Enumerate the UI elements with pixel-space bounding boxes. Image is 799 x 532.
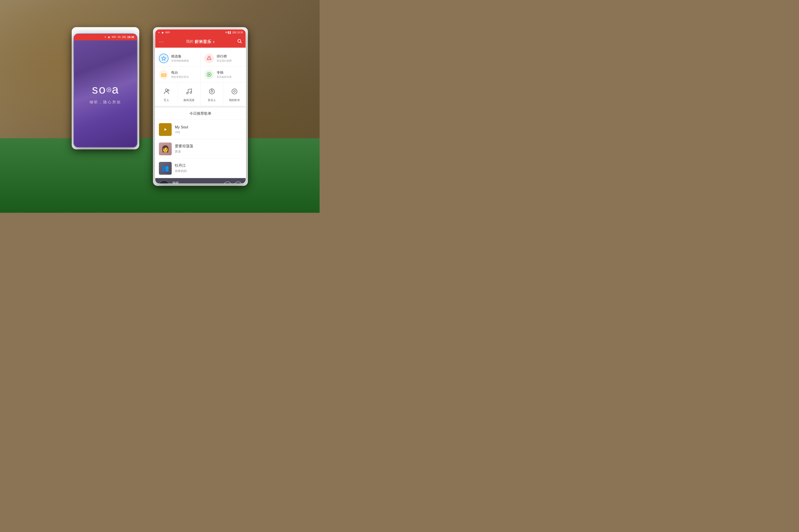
albums-title: 专辑 — [217, 71, 232, 75]
song-thumb-ai-yao: 👩 — [159, 142, 172, 155]
category-featured[interactable]: 精选集 丰富的歌曲精选 — [155, 51, 201, 66]
song-artist-my-soul: July — [175, 130, 242, 134]
albums-icon — [204, 70, 214, 79]
song-item-mu-dan[interactable]: 👥 牡丹江 南拳妈妈 — [155, 159, 246, 178]
musicians-label: 音乐人 — [208, 98, 216, 102]
svg-point-0 — [238, 39, 241, 42]
sona-splash: s o a 倾听，随心所欲 — [74, 40, 137, 147]
svg-point-11 — [168, 89, 169, 91]
right-status-bar: ✦ ⏰ WiFi 4G▌▌ [58] 19:36 — [155, 30, 246, 36]
svg-point-4 — [162, 75, 163, 76]
bluetooth-icon: ✦ — [104, 36, 106, 38]
bluetooth-icon-right: ✦ — [158, 31, 160, 34]
song-item-ai-yao[interactable]: 👩 爱要坦荡荡 萧潇 — [155, 139, 246, 159]
artists-icon — [161, 87, 171, 96]
musicians-icon — [207, 87, 217, 96]
chevron-down-icon[interactable]: ∨ — [213, 40, 215, 43]
song-thumb-mu-dan: 👥 — [159, 162, 172, 175]
nav-artists[interactable]: 艺人 — [155, 83, 178, 106]
status-left: ✦ ⏰ WiFi — [158, 31, 170, 34]
left-phone-container: ✦ ⏰ WiFi 4G [58] 19:36 s o a 倾听，随心所欲 — [72, 27, 139, 149]
category-radio[interactable]: 电台 轻松享受好音乐 — [155, 66, 201, 82]
nav-genres[interactable]: 曲风流派 — [178, 83, 200, 106]
sona-logo: s o a — [92, 82, 119, 96]
battery-icon: [58] — [122, 36, 126, 38]
song-title-ai-yao: 爱要坦荡荡 — [175, 144, 242, 149]
icon-nav-row: 艺人 曲风流派 — [155, 83, 246, 108]
category-row-1: 精选集 丰富的歌曲精选 排行榜 音乐流行 — [155, 51, 246, 66]
radio-subtitle: 轻松享受好音乐 — [171, 75, 189, 79]
nav-myxiami[interactable]: 我的虾米 — [223, 83, 246, 106]
charts-text: 排行榜 音乐流行趋势 — [217, 54, 232, 62]
song-thumb-my-soul — [159, 123, 172, 136]
svg-marker-2 — [162, 56, 166, 60]
status-right: 4G▌▌ [58] 19:36 — [225, 31, 243, 34]
signal-right: 4G▌▌ — [225, 31, 232, 34]
header-menu-button[interactable]: ··· — [159, 39, 164, 44]
radio-title: 电台 — [171, 71, 189, 75]
left-phone: ✦ ⏰ WiFi 4G [58] 19:36 s o a 倾听，随心所欲 — [73, 34, 138, 148]
header-brand-label[interactable]: 虾米音乐 — [195, 39, 211, 44]
time-right: 19:36 — [237, 31, 243, 34]
charts-icon — [204, 54, 214, 63]
song-info-ai-yao: 爱要坦荡荡 萧潇 — [175, 144, 242, 154]
featured-text: 精选集 丰富的歌曲精选 — [171, 54, 189, 62]
sona-text-na: a — [112, 82, 119, 96]
now-playing-thumbnail — [159, 180, 169, 184]
radio-text: 电台 轻松享受好音乐 — [171, 71, 189, 79]
playback-controls — [224, 182, 242, 184]
category-albums[interactable]: 专辑 音乐如此丰富 — [201, 66, 246, 82]
artists-label: 艺人 — [164, 98, 169, 102]
svg-point-12 — [186, 92, 188, 94]
search-button[interactable] — [237, 39, 242, 45]
featured-title: 精选集 — [171, 54, 189, 59]
category-row-2: 电台 轻松享受好音乐 专辑 音乐如此丰富 — [155, 66, 246, 83]
svg-marker-19 — [165, 128, 167, 131]
song-title-my-soul: My Soul — [175, 125, 242, 129]
categories-section: 精选集 丰富的歌曲精选 排行榜 音乐流行 — [155, 48, 246, 83]
play-button[interactable] — [224, 182, 232, 184]
svg-point-17 — [232, 89, 237, 94]
song-info-my-soul: My Soul July — [175, 125, 242, 134]
alarm-icon: ⏰ — [108, 36, 110, 38]
song-title-mu-dan: 牡丹江 — [175, 163, 242, 168]
next-button[interactable] — [234, 182, 242, 184]
category-charts[interactable]: 排行榜 音乐流行趋势 — [201, 51, 246, 66]
radio-icon — [159, 70, 168, 79]
sona-tagline: 倾听，随心所欲 — [90, 100, 122, 104]
battery-right: [58] — [232, 31, 236, 34]
featured-subtitle: 丰富的歌曲精选 — [171, 59, 189, 62]
right-phone-container: ✦ ⏰ WiFi 4G▌▌ [58] 19:36 ··· 我的 虾米音乐 ∨ — [153, 27, 248, 186]
wifi-icon: WiFi — [112, 36, 116, 38]
now-playing-info: 聆听 乐享生活 — [172, 181, 220, 184]
alarm-icon-right: ⏰ — [161, 31, 164, 34]
song-info-mu-dan: 牡丹江 南拳妈妈 — [175, 163, 242, 173]
genres-icon — [184, 87, 194, 96]
sona-text-s: s — [92, 82, 98, 96]
now-playing-title: 聆听 — [172, 181, 220, 184]
song-artist-ai-yao: 萧潇 — [175, 150, 242, 154]
albums-subtitle: 音乐如此丰富 — [217, 75, 232, 79]
song-artist-mu-dan: 南拳妈妈 — [175, 169, 242, 173]
right-phone: ✦ ⏰ WiFi 4G▌▌ [58] 19:36 ··· 我的 虾米音乐 ∨ — [155, 29, 246, 184]
song-list: My Soul July 👩 爱要坦荡荡 萧潇 — [155, 120, 246, 178]
svg-point-15 — [211, 91, 213, 92]
featured-icon — [159, 54, 168, 63]
svg-point-13 — [190, 92, 192, 94]
wifi-icon-right: WiFi — [165, 31, 170, 34]
now-playing-bar: 聆听 乐享生活 — [155, 178, 246, 184]
app-header: ··· 我的 虾米音乐 ∨ — [155, 36, 246, 48]
nav-musicians[interactable]: 音乐人 — [201, 83, 223, 106]
svg-line-1 — [240, 42, 241, 43]
status-time-left: 19:36 — [127, 36, 134, 39]
sona-text-o: o — [99, 82, 106, 96]
song-item-my-soul[interactable]: My Soul July — [155, 120, 246, 139]
genres-label: 曲风流派 — [184, 98, 195, 102]
myxiami-label: 我的虾米 — [229, 98, 240, 102]
charts-title: 排行榜 — [217, 54, 232, 59]
myxiami-icon — [230, 87, 239, 96]
signal-icon: 4G — [117, 36, 121, 38]
header-mine-label: 我的 — [186, 39, 193, 44]
left-status-bar: ✦ ⏰ WiFi 4G [58] 19:36 — [74, 34, 137, 40]
section-title: 今日推荐歌单 — [155, 108, 246, 120]
